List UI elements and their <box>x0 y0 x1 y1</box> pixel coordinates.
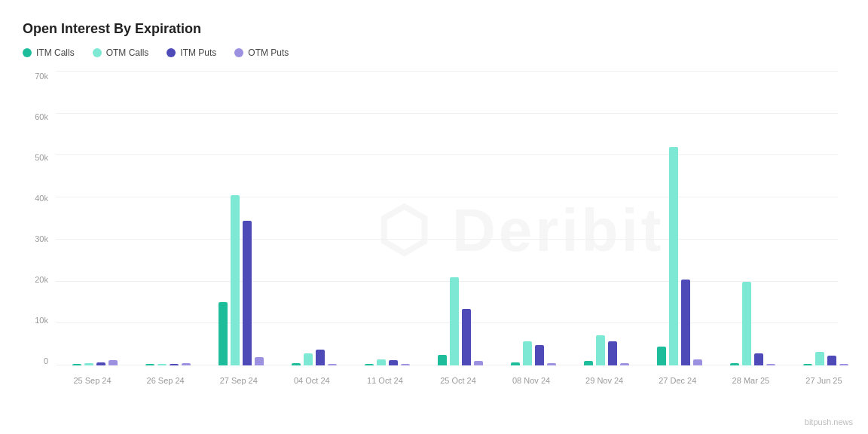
grid-line <box>56 71 838 72</box>
x-axis-label: 27 Jun 25 <box>805 376 842 385</box>
legend-label-otm-puts: OTM Puts <box>248 47 289 58</box>
legend-item-otm-calls: OTM Calls <box>93 47 149 58</box>
itm-calls-bar <box>657 347 666 365</box>
bar-group <box>583 335 630 365</box>
y-axis-label: 10k <box>23 316 53 325</box>
bar-group <box>364 359 411 365</box>
x-axis-label: 08 Nov 24 <box>512 376 550 385</box>
itm-puts-bar <box>608 341 617 365</box>
otm-puts-bar <box>108 360 118 365</box>
x-axis-label: 11 Oct 24 <box>367 376 403 385</box>
itm-puts-bar <box>243 221 252 365</box>
y-axis-label: 30k <box>23 234 53 243</box>
x-axis-label: 28 Mar 25 <box>732 376 770 385</box>
otm-calls-bar <box>815 352 824 365</box>
otm-calls-bar <box>304 353 313 365</box>
y-axis-label: 40k <box>23 194 53 203</box>
itm-puts-bar <box>681 280 690 365</box>
itm-puts-bar <box>827 356 836 365</box>
bar-group <box>437 277 484 365</box>
y-axis-label: 60k <box>23 112 53 121</box>
x-axis-label: 27 Dec 24 <box>659 376 696 385</box>
x-axis-label: 25 Oct 24 <box>440 376 476 385</box>
otm-calls-bar <box>231 195 240 365</box>
otm-calls-bar <box>523 341 532 365</box>
legend-item-itm-calls: ITM Calls <box>23 47 75 58</box>
bar-group <box>802 352 849 365</box>
x-axis-label: 25 Sep 24 <box>73 376 111 385</box>
itm-puts-bar <box>316 350 325 365</box>
itm-puts-bar <box>535 345 544 365</box>
x-axis-label: 04 Oct 24 <box>294 376 330 385</box>
itm-puts-bar <box>462 309 471 365</box>
itm-puts-bar <box>389 360 398 365</box>
bar-group <box>510 341 557 365</box>
grid-line <box>56 154 838 155</box>
legend-dot-itm-calls <box>23 48 32 57</box>
x-axis-label: 29 Nov 24 <box>585 376 623 385</box>
legend-label-itm-puts: ITM Puts <box>180 47 216 58</box>
legend-dot-otm-calls <box>93 48 102 57</box>
legend: ITM CallsOTM CallsITM PutsOTM Puts <box>23 47 845 58</box>
bar-group <box>729 282 776 365</box>
grid-line <box>56 197 838 197</box>
x-axis-label: 26 Sep 24 <box>147 376 185 385</box>
otm-puts-bar <box>839 364 848 365</box>
legend-label-otm-calls: OTM Calls <box>106 47 149 58</box>
legend-dot-otm-puts <box>234 48 243 57</box>
chart-title: Open Interest By Expiration <box>23 21 845 37</box>
chart-container: Open Interest By Expiration ITM CallsOTM… <box>0 0 868 434</box>
y-axis: 010k20k30k40k50k60k70k <box>23 72 53 365</box>
x-axis-label: 27 Sep 24 <box>220 376 258 385</box>
grid-line <box>56 239 838 240</box>
legend-item-otm-puts: OTM Puts <box>234 47 289 58</box>
y-axis-label: 70k <box>23 72 53 81</box>
otm-puts-bar <box>255 357 264 365</box>
otm-calls-bar <box>669 147 678 365</box>
y-axis-label: 20k <box>23 275 53 284</box>
y-axis-label: 50k <box>23 153 53 162</box>
otm-calls-bar <box>450 277 459 365</box>
x-labels: 25 Sep 2426 Sep 2427 Sep 2404 Oct 2411 O… <box>56 365 838 388</box>
otm-calls-bar <box>377 359 386 365</box>
legend-item-itm-puts: ITM Puts <box>167 47 216 58</box>
otm-puts-bar <box>693 359 702 365</box>
bar-group <box>291 350 338 365</box>
branding: bitpush.news <box>805 417 853 426</box>
itm-calls-bar <box>438 355 447 365</box>
bar-group <box>72 360 118 365</box>
otm-calls-bar <box>742 282 751 365</box>
legend-dot-itm-puts <box>167 48 176 57</box>
legend-label-itm-calls: ITM Calls <box>36 47 75 58</box>
itm-puts-bar <box>754 353 763 365</box>
bar-group <box>218 195 264 365</box>
y-axis-label: 0 <box>23 356 53 365</box>
bar-group <box>656 147 703 365</box>
bars-area <box>56 72 838 365</box>
itm-calls-bar <box>219 302 228 365</box>
grid-line <box>56 113 838 114</box>
otm-calls-bar <box>596 335 605 365</box>
chart-area: ⬡ Deribit 010k20k30k40k50k60k70k 25 Sep … <box>23 72 845 388</box>
